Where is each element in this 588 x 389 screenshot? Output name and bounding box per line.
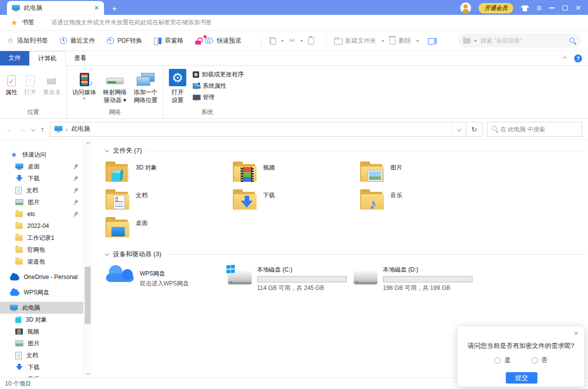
sidebar-item-quick-access[interactable]: ★ 快速访问 — [0, 149, 83, 161]
submit-button[interactable]: 提交 — [506, 372, 537, 384]
delete-button[interactable]: 删除 — [389, 37, 411, 45]
cut-button[interactable]: ✂ — [289, 36, 295, 45]
collapse-section-icon[interactable] — [105, 148, 109, 152]
scroll-up-icon[interactable] — [84, 140, 92, 148]
theme-skin-icon[interactable] — [521, 5, 529, 11]
map-network-drive-button[interactable]: 映射网络 驱动器 ▾ — [100, 67, 130, 104]
search-scope-caret-icon[interactable] — [474, 40, 477, 44]
tab-file[interactable]: 文件 — [0, 51, 29, 65]
sidebar-item-worklog[interactable]: 工作记录1 — [0, 232, 83, 244]
radio-no[interactable] — [532, 357, 538, 364]
devices-section-header[interactable]: 设备和驱动器 (3) — [106, 250, 586, 259]
paste-button[interactable] — [308, 37, 314, 45]
menu-icon[interactable]: ≡ — [536, 4, 541, 12]
bookmark-label[interactable]: 书签 — [22, 18, 34, 27]
copy-button[interactable] — [269, 37, 276, 45]
dialog-close-icon[interactable]: ✕ — [574, 330, 579, 337]
folder-item-documents[interactable]: 文档 — [106, 189, 233, 211]
folders-section-header[interactable]: 文件夹 (7) — [106, 146, 586, 155]
rename-button[interactable] — [428, 38, 436, 44]
new-folder-caret-icon[interactable] — [381, 40, 384, 44]
device-item-drive-d[interactable]: 本地磁盘 (D:) 198 GB 可用，共 199 GB — [354, 265, 586, 292]
history-caret-icon[interactable] — [31, 127, 35, 131]
rename-ribbon-button[interactable]: 重命名 — [40, 67, 64, 97]
cut-dropdown-caret-icon[interactable] — [300, 40, 303, 44]
system-properties-button[interactable]: 系统属性 — [193, 82, 244, 90]
folder-item-music[interactable]: ♪ 音乐 — [360, 189, 487, 211]
minimize-button[interactable] — [549, 7, 555, 8]
uninstall-program-button[interactable]: 卸载或更改程序 — [193, 70, 244, 79]
delete-caret-icon[interactable] — [416, 40, 419, 44]
toolbar-search[interactable] — [458, 34, 581, 48]
sidebar-item-etc[interactable]: etc — [0, 208, 83, 220]
sidebar-item-documents2[interactable]: 文档 — [0, 349, 83, 361]
sidebar-item-onedrive[interactable]: OneDrive - Personal — [0, 271, 83, 283]
address-dropdown[interactable] — [452, 122, 466, 136]
folder-item-pictures[interactable]: 图片 — [360, 161, 487, 183]
toolbar-search-input[interactable] — [481, 37, 566, 44]
sidebar-item-pictures2[interactable]: 图片 — [0, 337, 83, 349]
new-folder-button[interactable]: 新建文件夹 — [334, 37, 376, 45]
option-yes[interactable]: 是 — [494, 356, 511, 365]
sidebar-item-desktop[interactable]: 桌面 — [0, 161, 83, 172]
manage-button[interactable]: 管理 — [193, 93, 244, 102]
location-search-input[interactable] — [500, 126, 577, 133]
open-settings-button[interactable]: 打开 设置 — [165, 67, 190, 104]
sidebar-item-pictures[interactable]: 图片 — [0, 196, 83, 208]
device-item-wps-drive[interactable]: WPS网盘 双击进入WPS网盘 — [106, 265, 228, 292]
sidebar-item-downloads[interactable]: 下载 — [0, 172, 83, 184]
lock-button[interactable] — [195, 37, 202, 45]
breadcrumb-location[interactable]: 此电脑 — [71, 125, 90, 133]
collapse-section-icon[interactable] — [105, 251, 109, 255]
forward-icon[interactable]: → — [19, 125, 26, 133]
quick-preview-button[interactable]: 快速预览 — [205, 37, 241, 45]
sidebar-item-channel-pkg[interactable]: 渠道包 — [0, 256, 83, 268]
collapse-ribbon-icon[interactable] — [563, 56, 567, 60]
sidebar-item-documents[interactable]: 文档 — [0, 184, 83, 196]
properties-button[interactable]: 属性 — [2, 67, 21, 97]
refresh-button[interactable]: ↻ — [466, 122, 482, 137]
vip-button[interactable]: 开通会员 — [479, 3, 513, 13]
add-network-location-button[interactable]: 添加一个 网络位置 — [130, 67, 161, 104]
sidebar-scrollbar[interactable] — [83, 140, 92, 378]
close-button[interactable]: ✕ — [575, 4, 581, 11]
sidebar-item-downloads2[interactable]: 下载 — [0, 361, 83, 373]
tab-computer[interactable]: 计算机 — [29, 51, 66, 66]
tab-this-pc[interactable]: 此电脑 ✕ — [7, 1, 104, 15]
sidebar-item-videos[interactable]: 视频 — [0, 326, 83, 337]
scrollbar-thumb[interactable] — [85, 267, 91, 324]
sidebar-item-music[interactable]: ♪ 音乐 — [0, 373, 83, 378]
pdf-convert-button[interactable]: PDF转换 — [107, 37, 142, 45]
help-icon[interactable]: ? — [574, 55, 582, 62]
open-button[interactable]: 打开 — [21, 67, 40, 97]
sidebar-item-2022-04[interactable]: 2022-04 — [0, 220, 83, 232]
user-avatar[interactable] — [460, 2, 471, 13]
search-icon[interactable] — [570, 38, 576, 44]
tab-close-icon[interactable]: ✕ — [94, 4, 99, 11]
search-scope-folder-icon[interactable] — [463, 38, 471, 44]
maximize-button[interactable] — [562, 5, 568, 10]
option-no[interactable]: 否 — [532, 356, 548, 365]
access-media-button[interactable]: 访问媒体 — [69, 67, 100, 101]
back-icon[interactable]: ← — [6, 125, 13, 133]
sidebar-item-this-pc[interactable]: 此电脑 — [0, 302, 83, 314]
folder-item-3d-objects[interactable]: 3D 对象 — [106, 161, 233, 183]
up-icon[interactable]: ↑ — [41, 125, 45, 133]
dual-pane-button[interactable]: 双窗格 — [154, 37, 184, 45]
device-item-drive-c[interactable]: 本地磁盘 (C:) 114 GB 可用，共 245 GB — [228, 265, 354, 292]
location-search[interactable] — [487, 122, 582, 137]
new-tab-button[interactable]: + — [112, 4, 117, 13]
folder-item-desktop[interactable]: 桌面 — [106, 217, 233, 239]
folder-item-downloads[interactable]: 下载 — [233, 189, 360, 211]
copy-dropdown-caret-icon[interactable] — [281, 40, 284, 44]
scroll-down-icon[interactable] — [84, 369, 92, 378]
radio-yes[interactable] — [494, 357, 501, 364]
sidebar-item-official-pkg[interactable]: 官网包 — [0, 244, 83, 256]
sidebar-item-wps-drive[interactable]: WPS网盘 — [0, 286, 83, 298]
sidebar-item-3d-objects[interactable]: 3D 对象 — [0, 314, 83, 326]
recent-files-button[interactable]: 最近文件 — [60, 37, 95, 45]
tab-view[interactable]: 查看 — [66, 51, 95, 65]
address-box[interactable]: › 此电脑 — [50, 122, 467, 137]
folder-item-videos[interactable]: 视频 — [233, 161, 360, 183]
add-bookmark-button[interactable]: ☆ 添加到书签 — [7, 36, 48, 45]
